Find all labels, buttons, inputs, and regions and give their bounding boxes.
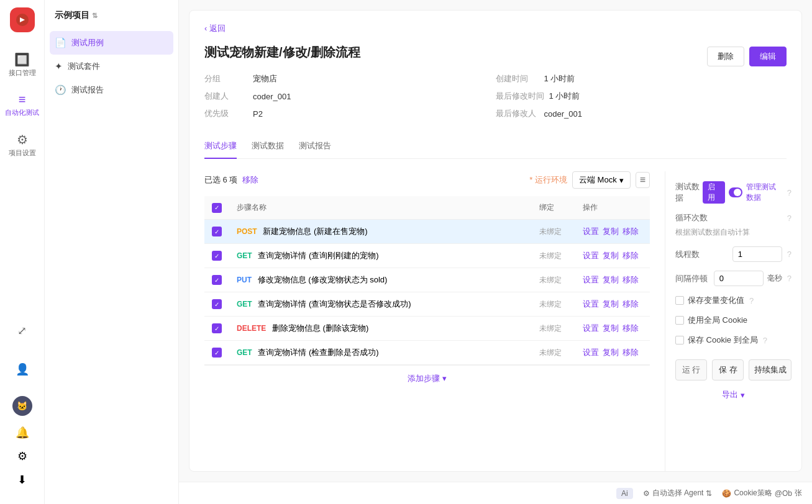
save-var-checkbox[interactable] [675,296,684,305]
tab-reports[interactable]: 测试报告 [299,134,331,159]
breadcrumb[interactable]: 返回 [204,23,787,34]
env-value: 云端 Mock [579,174,617,186]
content-panel: 返回 测试宠物新建/修改/删除流程 删除 编辑 分组 宠物店 创建时间 [189,10,802,472]
nav-item-auto[interactable]: ≡ 自动化测试 [0,88,44,122]
row-checkbox-1[interactable]: ✓ [212,227,222,236]
save-var-hint-icon: ? [749,296,754,305]
export-row[interactable]: 导出 ▾ [675,389,791,400]
agent-label: 自动选择 Agent [652,488,704,498]
save-button[interactable]: 保 存 [712,359,744,380]
bell-icon[interactable]: 🔔 [16,426,29,439]
interval-input[interactable] [714,271,764,286]
sidebar-item-test-reports[interactable]: 🕐 测试报告 [45,78,178,102]
selected-count: 已选 6 项 [204,174,237,186]
manage-test-data-link[interactable]: 管理测试数据 [746,182,782,203]
project-title[interactable]: 示例项目 ⇅ [45,10,178,31]
user-avatar[interactable]: 🐱 [12,396,32,416]
save-var-row: 保存变量变化值 ? [675,295,791,306]
save-cookie-checkbox[interactable] [675,336,684,344]
action-copy-2[interactable]: 复制 [603,250,619,261]
sidebar-item-test-cases[interactable]: 📄 测试用例 [50,31,173,55]
env-label: * 运行环境 [529,174,567,186]
bottom-bar: Ai ⚙ 自动选择 Agent ⇅ 🍪 Cookie策略 @Ob 张 [179,482,812,504]
save-cookie-label: 保存 Cookie 到全局 [688,335,758,346]
panel-actions: 运 行 保 存 持续集成 [675,359,791,380]
save-cookie-hint-icon: ? [763,336,767,345]
action-copy-4[interactable]: 复制 [603,299,619,310]
action-setup-6[interactable]: 设置 [583,347,599,358]
action-remove-2[interactable]: 移除 [623,250,639,261]
test-suites-icon: ✦ [55,61,63,72]
row-checkbox-6[interactable]: ✓ [212,348,222,358]
add-step-button[interactable]: 添加步骤 ▾ [204,365,650,392]
bind-status-1: 未绑定 [539,227,562,236]
ai-label: Ai [616,488,633,499]
action-copy-3[interactable]: 复制 [603,274,619,286]
auto-icon: ≡ [19,92,26,107]
step-name-5: 删除宠物信息 (删除该宠物) [272,323,368,333]
tab-data[interactable]: 测试数据 [252,134,284,159]
bind-status-4: 未绑定 [539,300,562,308]
method-badge-6: GET [237,348,252,357]
run-button[interactable]: 运 行 [675,359,707,380]
loop-label: 循环次数 [675,212,708,223]
created-label: 创建时间 [496,73,539,84]
enable-toggle[interactable] [729,187,743,197]
action-copy-1[interactable]: 复制 [603,226,619,237]
method-badge-1: POST [237,227,257,236]
right-panel: 测试数据 启用 管理测试数据 ? 循环次数 ? [665,171,801,471]
nav-item-settings[interactable]: ⚙ 项目设置 [0,127,44,163]
action-setup-3[interactable]: 设置 [583,274,599,286]
priority-label: 优先级 [204,108,248,119]
nav-item-api[interactable]: 🔲 接口管理 [0,47,44,83]
threads-input[interactable] [732,246,782,262]
action-copy-5[interactable]: 复制 [603,323,619,334]
action-remove-1[interactable]: 移除 [623,226,639,237]
row-checkbox-5[interactable]: ✓ [212,323,222,333]
threads-hint-icon: ? [787,250,791,259]
table-menu-icon[interactable]: ≡ [636,172,650,188]
ci-button[interactable]: 持续集成 [749,359,791,380]
action-copy-6[interactable]: 复制 [603,347,619,358]
remove-link[interactable]: 移除 [242,174,258,186]
nav-invite[interactable]: 👤 [12,358,33,381]
action-setup-4[interactable]: 设置 [583,299,599,310]
action-remove-4[interactable]: 移除 [623,299,639,310]
global-cookie-checkbox[interactable] [675,316,684,325]
gear-icon[interactable]: ⚙ [17,449,27,463]
row-checkbox-3[interactable]: ✓ [212,275,222,285]
col-bind: 绑定 [532,196,575,220]
step-name-6: 查询宠物详情 (检查删除是否成功) [258,348,378,357]
table-row: ✓ POST 新建宠物信息 (新建在售宠物) 未绑定 设置 复制 移除 [204,220,650,244]
action-remove-5[interactable]: 移除 [623,323,639,334]
nav-share[interactable]: ⤢ [12,319,33,343]
env-select[interactable]: 云端 Mock ▾ [572,171,631,189]
tab-steps[interactable]: 测试步骤 [204,134,237,159]
col-name: 步骤名称 [229,196,532,220]
app-logo [10,7,35,32]
priority-value: P2 [253,109,263,119]
row-checkbox-2[interactable]: ✓ [212,251,222,261]
threads-row: 线程数 ? [675,246,791,262]
action-setup-5[interactable]: 设置 [583,323,599,334]
edit-button[interactable]: 编辑 [749,47,787,66]
content-body: 已选 6 项 移除 * 运行环境 云端 Mock ▾ ≡ [189,171,801,471]
delete-button[interactable]: 删除 [707,47,744,66]
method-badge-3: PUT [237,276,252,284]
row-checkbox-4[interactable]: ✓ [212,299,222,309]
agent-dropdown-icon: ⇅ [706,489,712,498]
action-remove-3[interactable]: 移除 [623,274,639,286]
download-icon[interactable]: ⬇ [17,473,27,487]
interval-hint-icon: ? [787,274,791,283]
nav-label-api: 接口管理 [9,68,36,78]
agent-select[interactable]: ⚙ 自动选择 Agent ⇅ [643,488,713,498]
group-label: 分组 [204,73,248,84]
action-setup-2[interactable]: 设置 [583,250,599,261]
sidebar-item-test-suites[interactable]: ✦ 测试套件 [45,55,178,78]
action-remove-6[interactable]: 移除 [623,347,639,358]
select-all-checkbox[interactable]: ✓ [212,203,222,213]
api-icon: 🔲 [14,52,30,67]
step-name-3: 修改宠物信息 (修改宠物状态为 sold) [258,275,388,284]
cookie-strategy[interactable]: 🍪 Cookie策略 @Ob 张 [722,488,802,498]
action-setup-1[interactable]: 设置 [583,226,599,237]
